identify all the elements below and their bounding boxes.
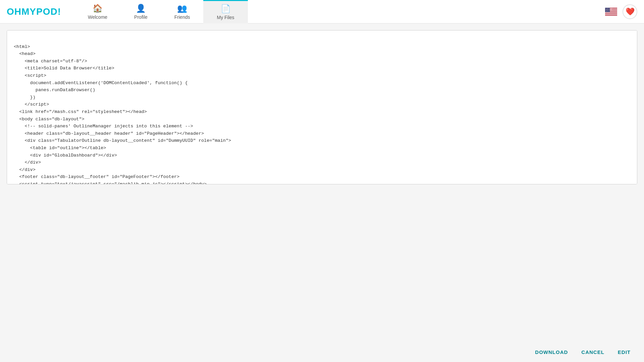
tab-profile-label: Profile <box>134 14 148 20</box>
svg-rect-4 <box>605 12 617 12</box>
profile-icon: 👤 <box>136 4 146 13</box>
language-flag-icon[interactable]: ★ ★ ★ ★ ★ ★ ★ ★ ★ ★ ★ ★ ★ ★ ★ ★ ★ ★ ★ ★ … <box>605 8 617 16</box>
myfiles-icon: 📄 <box>221 4 231 13</box>
bottom-action-bar: DOWNLOAD CANCEL EDIT <box>0 342 644 362</box>
welcome-icon: 🏠 <box>93 4 103 13</box>
tab-welcome[interactable]: 🏠 Welcome <box>74 0 121 23</box>
tab-myfiles-label: My Files <box>217 15 234 20</box>
code-editor[interactable]: <html> <head> <meta charset="utf-8"/> <t… <box>7 30 637 184</box>
svg-rect-5 <box>605 13 617 14</box>
svg-rect-6 <box>605 14 617 15</box>
tab-profile[interactable]: 👤 Profile <box>121 0 161 23</box>
download-button[interactable]: DOWNLOAD <box>535 349 568 355</box>
header-right: ★ ★ ★ ★ ★ ★ ★ ★ ★ ★ ★ ★ ★ ★ ★ ★ ★ ★ ★ ★ … <box>605 4 637 19</box>
edit-button[interactable]: EDIT <box>618 349 631 355</box>
tab-welcome-label: Welcome <box>88 14 107 20</box>
svg-text:★ ★ ★ ★ ★: ★ ★ ★ ★ ★ <box>606 10 612 11</box>
nav-tabs: 🏠 Welcome 👤 Profile 👥 Friends 📄 My Files <box>74 0 248 23</box>
tab-friends-label: Friends <box>174 14 190 20</box>
tab-friends[interactable]: 👥 Friends <box>161 0 204 23</box>
app-logo[interactable]: OHMYPOD! <box>7 6 61 17</box>
tab-myfiles[interactable]: 📄 My Files <box>203 0 248 23</box>
friends-icon: 👥 <box>177 4 187 13</box>
app-header: OHMYPOD! 🏠 Welcome 👤 Profile 👥 Friends 📄… <box>0 0 644 23</box>
cancel-button[interactable]: CANCEL <box>581 349 604 355</box>
favorites-button[interactable]: ❤️ <box>623 4 637 19</box>
main-content: <html> <head> <meta charset="utf-8"/> <t… <box>0 23 644 362</box>
